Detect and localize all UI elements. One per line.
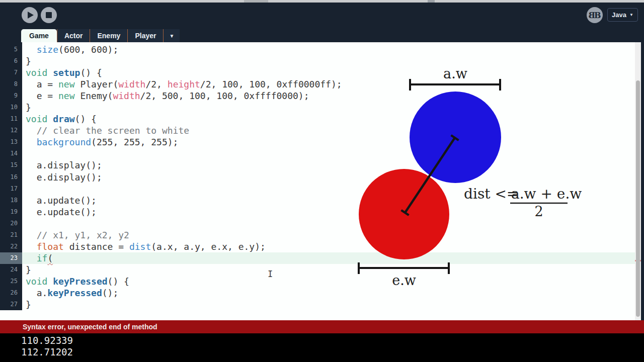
code-editor[interactable]: 5678910111213141516171819202122232425262… (0, 42, 644, 320)
scrollbar-thumb[interactable] (636, 80, 640, 317)
code-token: height (168, 79, 200, 89)
code-line[interactable]: a.update(); (26, 195, 342, 206)
logo-badge[interactable]: B B (587, 7, 603, 23)
code-token: width (118, 79, 145, 89)
stop-button[interactable] (41, 7, 57, 23)
code-line[interactable]: size(600, 600); (26, 44, 342, 55)
code-content[interactable]: size(600, 600);}void setup() { a = new P… (26, 44, 342, 310)
line-number: 13 (0, 136, 22, 148)
tab-player[interactable]: Player (127, 29, 163, 42)
code-token (26, 241, 37, 252)
line-number: 25 (0, 276, 22, 287)
mode-label: Java (612, 11, 626, 19)
code-token: e.update(); (26, 207, 97, 217)
tabs-overflow-button[interactable]: ▼ (163, 29, 180, 42)
run-button[interactable] (22, 7, 38, 23)
code-token: new (58, 90, 75, 101)
code-line[interactable]: a.display(); (26, 159, 342, 171)
line-number: 9 (0, 90, 22, 102)
code-line[interactable]: // clear the screen to white (26, 125, 342, 136)
code-line[interactable]: e = new Enemy(width/2, 500, 100, 100, 0x… (26, 90, 342, 102)
line-number: 12 (0, 125, 22, 136)
code-token: /2, (145, 79, 167, 89)
code-token: void (26, 67, 47, 78)
console-line: 110.92339 (21, 335, 644, 346)
code-line[interactable]: void keyPressed() { (26, 276, 342, 287)
browser-edge-strip (0, 0, 644, 3)
editor-right-edge (641, 42, 644, 320)
code-token: draw (53, 114, 74, 124)
code-line[interactable]: a = new Player(width/2, height/2, 100, 1… (26, 78, 342, 90)
code-token (26, 44, 37, 55)
code-token: } (26, 264, 31, 275)
code-token: (255, 255, 255); (91, 137, 178, 147)
code-line[interactable]: background(255, 255, 255); (26, 136, 342, 148)
app-window: B B Java ▼ GameActorEnemyPlayer▼ 5678910… (0, 0, 644, 362)
code-token: new (58, 79, 75, 89)
line-number: 15 (0, 159, 22, 171)
code-token: keyPressed (47, 288, 102, 298)
tab-game[interactable]: Game (21, 29, 57, 42)
code-token: (); (102, 288, 119, 298)
code-line[interactable]: } (26, 102, 342, 113)
chevron-down-icon: ▼ (629, 13, 633, 17)
code-token: e = (26, 90, 58, 101)
code-line[interactable]: e.update(); (26, 206, 342, 218)
code-line[interactable]: void setup() { (26, 67, 342, 78)
scrollbar[interactable] (635, 42, 641, 320)
code-token (47, 276, 53, 287)
line-number: 26 (0, 287, 22, 299)
line-number: 24 (0, 264, 22, 276)
code-line[interactable]: a.keyPressed(); (26, 287, 342, 299)
browser-tab-remnant (428, 0, 435, 3)
line-number: 18 (0, 195, 22, 206)
code-line[interactable]: } (26, 55, 342, 67)
line-number: 17 (0, 183, 22, 195)
code-line[interactable]: if( (26, 252, 342, 264)
code-token: Enemy( (75, 90, 113, 101)
code-token: void (26, 276, 47, 287)
code-token: (a.x, a.y, e.x, e.y); (151, 241, 266, 252)
browser-tab-remnant (244, 0, 268, 3)
console-output[interactable]: 110.92339112.71202 (0, 333, 644, 362)
butterfly-logo-icon: B B (587, 8, 602, 23)
code-token: () { (75, 114, 97, 124)
code-line[interactable]: void draw() { (26, 113, 342, 125)
code-line[interactable]: } (26, 264, 342, 276)
mode-select[interactable]: Java ▼ (607, 8, 638, 22)
code-token (47, 114, 53, 124)
line-number: 8 (0, 78, 22, 90)
code-line[interactable]: // x1, y1, x2, y2 (26, 229, 342, 241)
code-token: // clear the screen to white (26, 125, 189, 136)
code-token (26, 137, 37, 147)
code-token: /2, 100, 100, 0xff0000ff); (200, 79, 342, 89)
code-token: a = (26, 79, 58, 89)
play-icon (28, 12, 34, 19)
code-token (26, 253, 37, 263)
code-line[interactable]: float distance = dist(a.x, a.y, e.x, e.y… (26, 241, 342, 252)
line-number-gutter: 5678910111213141516171819202122232425262… (0, 42, 22, 310)
code-token: () { (108, 276, 129, 287)
line-number: 16 (0, 171, 22, 183)
console-line: 112.71202 (21, 346, 644, 358)
code-line[interactable] (26, 218, 342, 229)
code-token: () { (80, 67, 102, 78)
code-line[interactable] (26, 183, 342, 195)
code-token: background (37, 137, 91, 147)
tab-actor[interactable]: Actor (57, 29, 90, 42)
stop-icon (46, 12, 52, 18)
code-token: // x1, y1, x2, y2 (26, 230, 129, 240)
code-token: (600, 600); (58, 44, 118, 55)
code-token: keyPressed (53, 276, 107, 287)
line-number: 14 (0, 148, 22, 159)
code-line[interactable]: e.display(); (26, 171, 342, 183)
code-token: distance = (64, 241, 129, 252)
code-line[interactable] (26, 148, 342, 159)
code-token: } (26, 102, 31, 113)
error-bar: Syntax error, unexpected end of method (0, 320, 644, 333)
line-number: 5 (0, 44, 22, 55)
tab-enemy[interactable]: Enemy (90, 29, 127, 42)
line-number: 7 (0, 67, 22, 78)
code-line[interactable]: } (26, 299, 342, 310)
code-token: setup (53, 67, 80, 78)
